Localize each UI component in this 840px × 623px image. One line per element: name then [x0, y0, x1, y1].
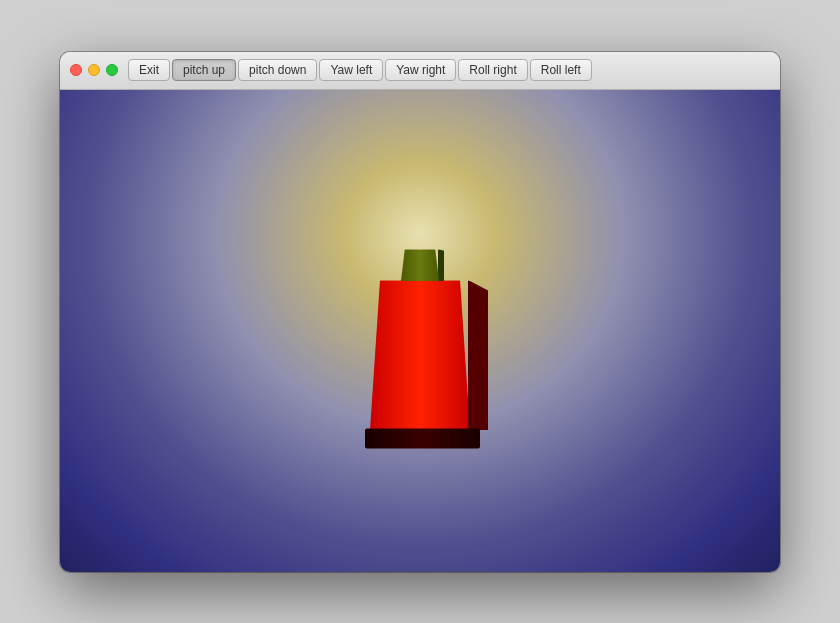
- rocket-front-face: [370, 280, 470, 430]
- 3d-scene: [370, 249, 470, 430]
- rocket-cap-right: [438, 249, 444, 281]
- main-window: Exitpitch uppitch downYaw leftYaw rightR…: [60, 52, 780, 572]
- rocket-cap: [401, 249, 439, 281]
- rocket-right-face: [468, 280, 488, 430]
- toolbar-btn-pitch-down[interactable]: pitch down: [238, 59, 317, 81]
- rocket-body: [370, 280, 470, 430]
- toolbar-btn-yaw-right[interactable]: Yaw right: [385, 59, 456, 81]
- toolbar: Exitpitch uppitch downYaw leftYaw rightR…: [128, 59, 770, 81]
- titlebar: Exitpitch uppitch downYaw leftYaw rightR…: [60, 52, 780, 90]
- toolbar-btn-roll-left[interactable]: Roll left: [530, 59, 592, 81]
- close-button[interactable]: [70, 64, 82, 76]
- viewport: [60, 90, 780, 572]
- traffic-lights: [70, 64, 118, 76]
- rocket-base: [365, 428, 480, 448]
- toolbar-btn-yaw-left[interactable]: Yaw left: [319, 59, 383, 81]
- toolbar-btn-pitch-up[interactable]: pitch up: [172, 59, 236, 81]
- minimize-button[interactable]: [88, 64, 100, 76]
- toolbar-btn-exit[interactable]: Exit: [128, 59, 170, 81]
- toolbar-btn-roll-right[interactable]: Roll right: [458, 59, 527, 81]
- maximize-button[interactable]: [106, 64, 118, 76]
